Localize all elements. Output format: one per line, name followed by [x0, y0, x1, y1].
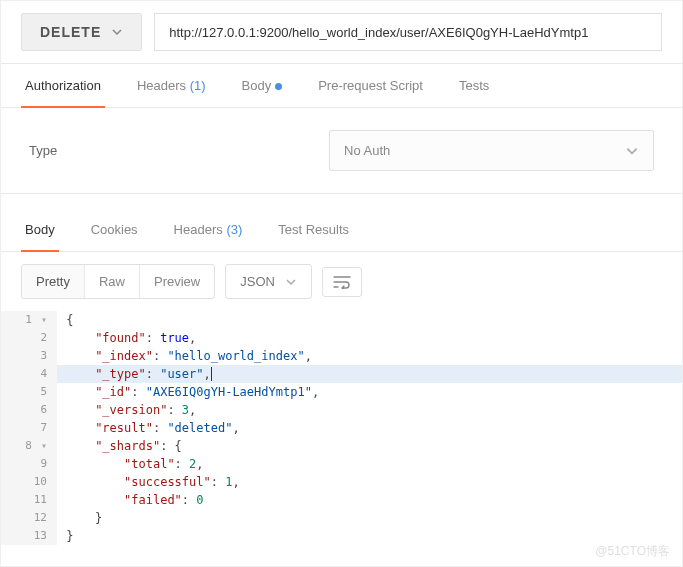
request-tabs: Authorization Headers (1) Body Pre-reque… — [1, 64, 682, 108]
code-content: "failed": 0 — [57, 491, 682, 509]
code-line[interactable]: 8 ▾ "_shards": { — [1, 437, 682, 455]
view-preview-button[interactable]: Preview — [140, 265, 214, 298]
auth-type-select[interactable]: No Auth — [329, 130, 654, 171]
code-line[interactable]: 10 "successful": 1, — [1, 473, 682, 491]
auth-type-value: No Auth — [344, 143, 390, 158]
response-tabs: Body Cookies Headers (3) Test Results — [1, 208, 682, 252]
tab-body[interactable]: Body — [238, 64, 287, 107]
http-method-select[interactable]: DELETE — [21, 13, 142, 51]
line-number: 3 — [1, 347, 57, 365]
code-content: "successful": 1, — [57, 473, 682, 491]
code-content: } — [57, 509, 682, 527]
response-format-label: JSON — [240, 274, 275, 289]
wrap-icon — [333, 275, 351, 289]
line-number: 8 ▾ — [1, 437, 57, 455]
line-number: 5 — [1, 383, 57, 401]
code-line[interactable]: 2 "found": true, — [1, 329, 682, 347]
headers-count: (1) — [190, 78, 206, 93]
tab-authorization[interactable]: Authorization — [21, 64, 105, 107]
view-mode-group: Pretty Raw Preview — [21, 264, 215, 299]
line-number: 7 — [1, 419, 57, 437]
response-format-select[interactable]: JSON — [225, 264, 312, 299]
code-line[interactable]: 11 "failed": 0 — [1, 491, 682, 509]
chevron-down-icon — [625, 144, 639, 158]
line-number: 9 — [1, 455, 57, 473]
tab-pre-request-script[interactable]: Pre-request Script — [314, 64, 427, 107]
line-number: 11 — [1, 491, 57, 509]
line-number: 12 — [1, 509, 57, 527]
code-content: "_id": "AXE6IQ0gYH-LaeHdYmtp1", — [57, 383, 682, 401]
code-line[interactable]: 12 } — [1, 509, 682, 527]
tab-headers[interactable]: Headers (1) — [133, 64, 210, 107]
code-content: "total": 2, — [57, 455, 682, 473]
resp-tab-test-results[interactable]: Test Results — [274, 208, 353, 251]
code-line[interactable]: 5 "_id": "AXE6IQ0gYH-LaeHdYmtp1", — [1, 383, 682, 401]
body-modified-dot-icon — [275, 83, 282, 90]
code-content: "_type": "user", — [57, 365, 682, 383]
code-line[interactable]: 6 "_version": 3, — [1, 401, 682, 419]
line-number: 13 — [1, 527, 57, 545]
code-content: } — [57, 527, 682, 545]
code-content: "found": true, — [57, 329, 682, 347]
code-content: { — [57, 311, 682, 329]
line-number: 4 — [1, 365, 57, 383]
code-line[interactable]: 4 "_type": "user", — [1, 365, 682, 383]
code-content: "_shards": { — [57, 437, 682, 455]
watermark: @51CTO博客 — [595, 543, 670, 560]
line-number: 1 ▾ — [1, 311, 57, 329]
line-number: 6 — [1, 401, 57, 419]
resp-tab-body[interactable]: Body — [21, 208, 59, 251]
http-method-label: DELETE — [40, 24, 101, 40]
line-number: 2 — [1, 329, 57, 347]
code-line[interactable]: 1 ▾ { — [1, 311, 682, 329]
resp-headers-count: (3) — [226, 222, 242, 237]
code-line[interactable]: 3 "_index": "hello_world_index", — [1, 347, 682, 365]
line-number: 10 — [1, 473, 57, 491]
auth-type-label: Type — [29, 143, 329, 158]
code-line[interactable]: 13 } — [1, 527, 682, 545]
response-body-editor[interactable]: 1 ▾ {2 "found": true,3 "_index": "hello_… — [1, 311, 682, 545]
code-line[interactable]: 9 "total": 2, — [1, 455, 682, 473]
resp-tab-headers[interactable]: Headers (3) — [170, 208, 247, 251]
view-raw-button[interactable]: Raw — [85, 265, 140, 298]
wrap-lines-button[interactable] — [322, 267, 362, 297]
view-pretty-button[interactable]: Pretty — [22, 265, 85, 298]
code-content: "_version": 3, — [57, 401, 682, 419]
url-input[interactable] — [154, 13, 662, 51]
code-line[interactable]: 7 "result": "deleted", — [1, 419, 682, 437]
resp-tab-cookies[interactable]: Cookies — [87, 208, 142, 251]
chevron-down-icon — [285, 276, 297, 288]
code-content: "_index": "hello_world_index", — [57, 347, 682, 365]
tab-tests[interactable]: Tests — [455, 64, 493, 107]
chevron-down-icon — [111, 26, 123, 38]
code-content: "result": "deleted", — [57, 419, 682, 437]
